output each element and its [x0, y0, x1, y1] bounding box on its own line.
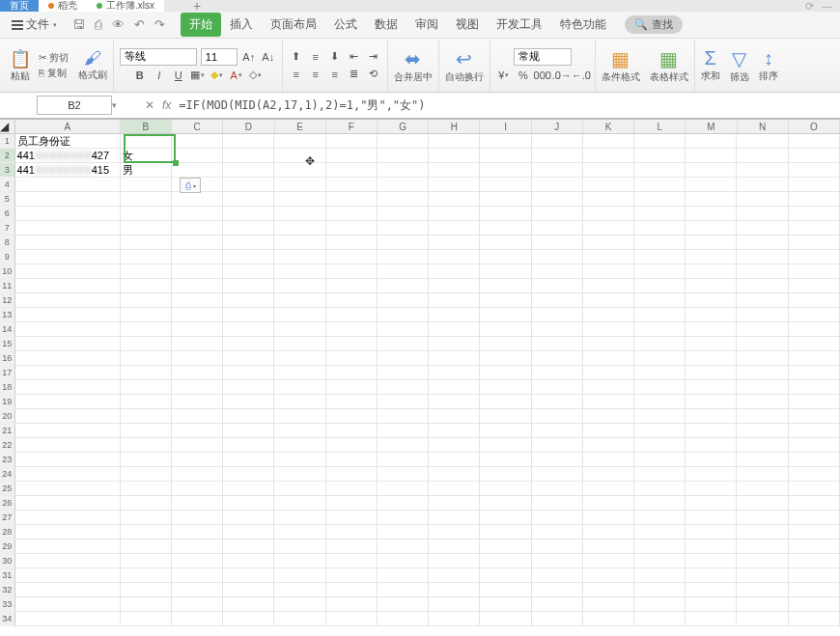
cell[interactable] [274, 192, 325, 207]
find-box[interactable]: 🔍 查找 [625, 15, 683, 34]
sync-icon[interactable]: ⟳ [805, 0, 814, 13]
cell[interactable] [172, 453, 223, 467]
tab-formula[interactable]: 公式 [325, 13, 366, 37]
cell[interactable] [274, 308, 325, 322]
cell[interactable] [223, 597, 274, 612]
cell[interactable] [789, 539, 840, 554]
cell[interactable] [634, 409, 686, 424]
cell[interactable] [532, 192, 583, 207]
row-header[interactable]: 14 [0, 322, 15, 337]
cell[interactable] [480, 207, 531, 221]
cell[interactable] [532, 279, 583, 293]
cell[interactable] [15, 539, 121, 554]
cell[interactable] [429, 337, 480, 351]
cell[interactable] [223, 380, 274, 395]
cell[interactable] [15, 207, 121, 221]
cell[interactable] [429, 264, 480, 279]
cell[interactable] [378, 380, 429, 395]
row-header[interactable]: 12 [0, 293, 15, 308]
cell[interactable] [429, 424, 480, 438]
cell[interactable] [15, 380, 121, 395]
cell[interactable] [121, 279, 172, 293]
cell[interactable] [223, 395, 274, 409]
cell[interactable] [429, 597, 480, 612]
border-button[interactable]: ▦▾ [190, 68, 206, 83]
cell[interactable] [686, 250, 737, 264]
cell[interactable] [274, 207, 325, 221]
cell[interactable] [789, 134, 840, 149]
cell[interactable] [223, 279, 274, 293]
row-header[interactable]: 4 [0, 178, 15, 192]
cell[interactable] [326, 134, 378, 149]
cell[interactable] [429, 612, 480, 626]
cell[interactable] [378, 597, 429, 612]
col-header-D[interactable]: D [223, 120, 274, 133]
cell[interactable] [686, 525, 737, 539]
cell[interactable] [583, 467, 634, 482]
col-header-F[interactable]: F [326, 120, 378, 133]
row-header[interactable]: 11 [0, 279, 15, 293]
cell[interactable] [532, 351, 583, 366]
cell[interactable] [480, 568, 531, 583]
cell[interactable] [15, 337, 121, 351]
cell[interactable] [429, 554, 480, 568]
row-header[interactable]: 8 [0, 235, 15, 250]
cell[interactable] [737, 612, 788, 626]
col-header-M[interactable]: M [686, 120, 737, 133]
cell[interactable] [121, 496, 172, 511]
cell[interactable] [480, 409, 531, 424]
cell[interactable] [378, 250, 429, 264]
cell[interactable] [172, 207, 223, 221]
cell[interactable] [274, 337, 325, 351]
cell[interactable] [789, 207, 840, 221]
cell[interactable] [789, 178, 840, 192]
cell[interactable] [326, 453, 378, 467]
cell[interactable] [15, 308, 121, 322]
cell[interactable] [15, 467, 121, 482]
cell[interactable] [121, 192, 172, 207]
dash-icon[interactable]: — [822, 0, 832, 13]
cell[interactable] [634, 438, 686, 453]
cell[interactable] [480, 351, 531, 366]
cell[interactable] [274, 482, 325, 496]
cell[interactable] [326, 192, 378, 207]
cell[interactable] [172, 149, 223, 163]
cell[interactable] [15, 554, 121, 568]
cell[interactable] [480, 366, 531, 380]
cell[interactable] [121, 467, 172, 482]
cell[interactable] [686, 597, 737, 612]
cell[interactable] [378, 337, 429, 351]
cell[interactable] [532, 568, 583, 583]
cell[interactable] [121, 539, 172, 554]
cell[interactable] [378, 438, 429, 453]
cell[interactable] [737, 424, 788, 438]
cell[interactable] [583, 525, 634, 539]
cell[interactable] [737, 163, 788, 178]
cell[interactable] [429, 482, 480, 496]
cell[interactable] [223, 163, 274, 178]
row-header[interactable]: 10 [0, 264, 15, 279]
cell[interactable] [429, 511, 480, 525]
row-header[interactable]: 24 [0, 467, 15, 482]
cell[interactable] [583, 250, 634, 264]
cell[interactable] [583, 482, 634, 496]
select-all-corner[interactable]: ◢ [0, 120, 15, 133]
cell[interactable] [480, 134, 531, 149]
cell[interactable] [326, 612, 378, 626]
cell[interactable] [326, 235, 378, 250]
row-header[interactable]: 18 [0, 380, 15, 395]
cell[interactable] [686, 322, 737, 337]
cell[interactable] [737, 554, 788, 568]
cell[interactable] [634, 178, 686, 192]
align-right-icon[interactable]: ≡ [327, 67, 343, 82]
cell[interactable] [686, 511, 737, 525]
tab-page-layout[interactable]: 页面布局 [262, 13, 325, 37]
cell[interactable] [789, 424, 840, 438]
cell[interactable] [429, 467, 480, 482]
cell[interactable] [634, 554, 686, 568]
align-top-icon[interactable]: ⬆ [289, 49, 304, 65]
cell[interactable] [583, 308, 634, 322]
cell[interactable] [121, 264, 172, 279]
cell[interactable] [583, 380, 634, 395]
cell[interactable] [326, 337, 378, 351]
